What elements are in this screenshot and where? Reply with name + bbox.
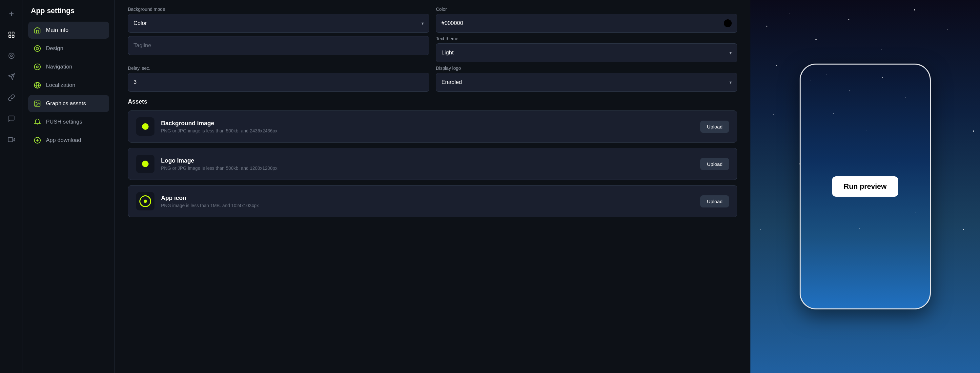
delay-field[interactable]: 3 bbox=[128, 73, 430, 92]
svg-rect-10 bbox=[8, 138, 13, 142]
svg-point-50 bbox=[817, 195, 817, 196]
sidebar-item-design[interactable]: Design bbox=[28, 40, 109, 57]
grid-icon[interactable] bbox=[4, 27, 19, 42]
sidebar-item-push-settings[interactable]: PUSH settings bbox=[28, 113, 109, 130]
sidebar-item-main-info[interactable]: Main info bbox=[28, 22, 109, 39]
delay-logo-section: Delay, sec. 3 Display logo Enabled ▾ bbox=[128, 65, 737, 92]
navigation-icon bbox=[33, 63, 41, 71]
svg-point-22 bbox=[767, 26, 767, 27]
background-image-desc: PNG or JPG image is less than 500kb. and… bbox=[161, 128, 694, 133]
sidebar-item-navigation[interactable]: Navigation bbox=[28, 58, 109, 75]
app-icon-desc: PNG image is less than 1MB. and 1024x102… bbox=[161, 203, 694, 208]
assets-title: Assets bbox=[128, 98, 737, 105]
display-logo-group: Display logo Enabled ▾ bbox=[436, 65, 737, 92]
app-icon-upload-button[interactable]: Upload bbox=[700, 195, 729, 208]
svg-rect-3 bbox=[12, 32, 14, 34]
home-icon bbox=[33, 26, 41, 34]
svg-point-25 bbox=[848, 19, 850, 20]
delay-label: Delay, sec. bbox=[128, 65, 430, 71]
svg-point-44 bbox=[850, 90, 850, 91]
svg-point-47 bbox=[833, 113, 834, 114]
phone-content: Run preview bbox=[800, 65, 930, 308]
svg-point-29 bbox=[776, 65, 777, 66]
tagline-group: Tagline bbox=[128, 36, 430, 62]
globe-icon bbox=[33, 81, 41, 89]
app-icon-thumbnail bbox=[136, 192, 154, 210]
sidebar-item-localization[interactable]: Localization bbox=[28, 77, 109, 94]
svg-point-23 bbox=[789, 13, 790, 13]
sidebar-item-label: App download bbox=[46, 137, 81, 144]
sidebar-item-graphics-assets[interactable]: Graphics assets bbox=[28, 95, 109, 112]
background-mode-value: Color bbox=[134, 20, 147, 27]
run-preview-button[interactable]: Run preview bbox=[832, 176, 899, 197]
svg-point-11 bbox=[35, 46, 40, 51]
phone-frame: Run preview bbox=[800, 63, 931, 310]
svg-point-39 bbox=[973, 130, 974, 132]
text-theme-dropdown[interactable]: Light ▾ bbox=[436, 43, 737, 62]
background-image-upload-button[interactable]: Upload bbox=[700, 121, 729, 133]
svg-rect-4 bbox=[8, 35, 11, 37]
svg-point-6 bbox=[8, 53, 14, 59]
color-group: Color #000000 bbox=[436, 6, 737, 33]
app-icon-name: App icon bbox=[161, 195, 694, 202]
svg-point-42 bbox=[810, 81, 811, 81]
svg-rect-2 bbox=[8, 32, 11, 34]
link-icon[interactable] bbox=[4, 90, 19, 105]
color-dot bbox=[724, 19, 732, 27]
svg-point-49 bbox=[899, 163, 899, 163]
sidebar-title: App settings bbox=[28, 6, 109, 15]
send-icon[interactable] bbox=[4, 70, 19, 84]
svg-point-35 bbox=[963, 229, 964, 230]
bell-icon bbox=[33, 118, 41, 126]
logo-image-info: Logo image PNG or JPG image is less than… bbox=[161, 157, 694, 171]
background-mode-dropdown[interactable]: Color ▾ bbox=[128, 14, 430, 33]
power-icon[interactable] bbox=[4, 132, 19, 147]
sidebar-item-label: Main info bbox=[46, 27, 68, 33]
svg-point-28 bbox=[947, 29, 948, 30]
svg-point-40 bbox=[773, 114, 774, 115]
display-logo-label: Display logo bbox=[436, 65, 737, 71]
background-mode-label: Background mode bbox=[128, 6, 430, 12]
svg-rect-5 bbox=[12, 35, 14, 37]
app-icon-info: App icon PNG image is less than 1MB. and… bbox=[161, 195, 694, 208]
background-image-card: Background image PNG or JPG image is les… bbox=[128, 111, 737, 143]
color-field[interactable]: #000000 bbox=[436, 14, 737, 33]
display-logo-dropdown[interactable]: Enabled ▾ bbox=[436, 73, 737, 92]
tagline-field[interactable]: Tagline bbox=[128, 36, 430, 55]
logo-image-desc: PNG or JPG image is less than 500kb. and… bbox=[161, 165, 694, 171]
background-mode-group: Background mode Color ▾ bbox=[128, 6, 430, 33]
logo-image-name: Logo image bbox=[161, 157, 694, 164]
delay-value: 3 bbox=[134, 79, 137, 86]
svg-point-45 bbox=[882, 77, 883, 78]
text-theme-value: Light bbox=[441, 49, 453, 56]
tagline-theme-section: Tagline Text theme Light ▾ bbox=[128, 36, 737, 62]
background-image-name: Background image bbox=[161, 120, 694, 127]
app-icon-ring bbox=[139, 195, 151, 207]
app-icon-card: App icon PNG image is less than 1MB. and… bbox=[128, 185, 737, 217]
svg-point-43 bbox=[827, 74, 827, 75]
display-logo-value: Enabled bbox=[441, 79, 462, 86]
sidebar-item-app-download[interactable]: App download bbox=[28, 132, 109, 149]
sidebar-item-label: Localization bbox=[46, 82, 75, 89]
color-label: Color bbox=[436, 6, 737, 12]
svg-point-52 bbox=[915, 212, 916, 213]
design-icon[interactable] bbox=[4, 49, 19, 63]
svg-point-12 bbox=[36, 47, 38, 49]
sidebar: App settings Main info Design Navigation bbox=[23, 0, 115, 373]
chevron-down-icon: ▾ bbox=[729, 50, 732, 56]
svg-point-27 bbox=[914, 9, 915, 11]
main-content: Background mode Color ▾ Color #000000 Ta… bbox=[115, 0, 751, 373]
image-icon bbox=[33, 100, 41, 108]
sidebar-item-label: Graphics assets bbox=[46, 100, 86, 107]
background-image-thumbnail bbox=[136, 117, 154, 136]
logo-image-upload-button[interactable]: Upload bbox=[700, 158, 729, 170]
plus-icon[interactable] bbox=[4, 6, 19, 21]
color-value: #000000 bbox=[441, 20, 463, 27]
chat-icon[interactable] bbox=[4, 111, 19, 126]
logo-image-thumbnail bbox=[136, 155, 154, 173]
svg-point-18 bbox=[36, 102, 37, 103]
text-theme-group: Text theme Light ▾ bbox=[436, 36, 737, 62]
svg-point-46 bbox=[905, 97, 906, 98]
background-image-info: Background image PNG or JPG image is les… bbox=[161, 120, 694, 133]
svg-point-13 bbox=[35, 64, 40, 70]
